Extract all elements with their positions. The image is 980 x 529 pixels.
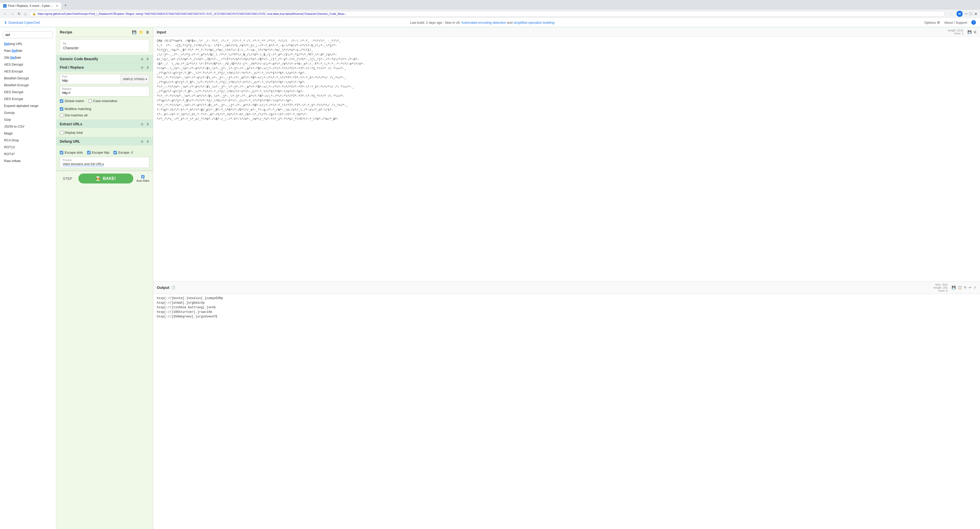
sidebar-item-magic[interactable]: Magic [0, 130, 56, 137]
sidebar-item-expand-alphabet[interactable]: Expand alphabet range [0, 102, 56, 109]
op-defang-url-disable-button[interactable]: ⊘ [141, 140, 143, 143]
new-tab-button[interactable]: + [61, 2, 70, 9]
escape-slashes-checkbox[interactable] [113, 151, 117, 154]
escape-dots-label[interactable]: Escape dots [60, 151, 83, 154]
sidebar-item-json-csv[interactable]: JSON to CSV [0, 123, 56, 130]
sidebar: Defang URL Raw Deflate Zlib Deflate AES … [0, 27, 56, 529]
sidebar-item-rot13[interactable]: ROT13 [0, 144, 56, 151]
case-insensitive-checkbox-label[interactable]: Case insensitive [88, 99, 118, 103]
recipe-icons: 💾 📁 🗑 [132, 30, 150, 34]
case-insensitive-checkbox[interactable] [88, 99, 92, 103]
url-input[interactable]: 🔒 https://gchq.github.io/CyberChef/#reci… [29, 11, 945, 17]
auto-bake-checkbox[interactable] [141, 175, 145, 178]
sidebar-item-defang-url[interactable]: Defang URL [0, 40, 56, 47]
recipe-title: Recipe [60, 30, 72, 34]
bake-button[interactable]: 🧑‍🍳 BAKE! [78, 173, 134, 183]
forward-button[interactable]: → [10, 11, 15, 17]
output-icons: 💾 📋 ↻ ↩ ⤢ [951, 286, 977, 289]
display-total-checkbox-label[interactable]: Display total [60, 131, 150, 135]
multiline-checkbox[interactable] [60, 107, 63, 111]
output-undo-button[interactable]: ↩ [969, 286, 972, 289]
header-and: and [507, 21, 514, 24]
sidebar-item-rot47[interactable]: ROT47 [0, 151, 56, 157]
sidebar-item-des-encrypt[interactable]: DES Encrypt [0, 95, 56, 102]
step-button[interactable]: STEP [60, 175, 75, 182]
sidebar-item-aes-encrypt[interactable]: AES Encrypt [0, 68, 56, 75]
building-link[interactable]: simplified operation building [514, 21, 554, 24]
input-save-button[interactable]: 💾 [967, 30, 972, 34]
input-grid-button[interactable]: ⊞ [974, 30, 977, 34]
input-title: Input [157, 30, 166, 34]
recipe-folder-button[interactable]: 📁 [139, 30, 143, 34]
sidebar-item-blowfish-decrypt[interactable]: Blowfish Decrypt [0, 75, 56, 82]
auto-bake-label[interactable]: Auto Bake [136, 175, 150, 182]
find-input[interactable] [60, 78, 121, 84]
op-pause-button[interactable]: ⏸ [146, 57, 150, 61]
op-disable-button[interactable]: ⊘ [141, 57, 143, 61]
op-generic-code-beautify-header[interactable]: Generic Code Beautify ⊘ ⏸ [56, 55, 153, 63]
search-input[interactable] [3, 32, 53, 38]
sidebar-item-zlib-deflate[interactable]: Zlib Deflate [0, 54, 56, 61]
global-match-checkbox[interactable] [60, 99, 63, 103]
help-icon[interactable]: ? [971, 20, 976, 25]
maximize-button[interactable]: □ [969, 11, 972, 16]
recipe-trash-button[interactable]: 🗑 [146, 30, 150, 34]
replace-label: Replace [60, 86, 149, 91]
close-tab-button[interactable]: ✕ [56, 4, 58, 8]
escape-http-label[interactable]: Escape http [87, 151, 110, 154]
auto-bake-text: Auto Bake [136, 179, 150, 182]
minimize-button[interactable]: ─ [965, 11, 967, 16]
dot-matches-checkbox[interactable] [60, 114, 63, 117]
op-defang-url-header[interactable]: Defang URL ⊘ ⏸ [56, 137, 153, 145]
tab-favicon [3, 4, 6, 8]
encoding-link[interactable]: Automated encoding detection [461, 21, 506, 24]
sidebar-item-blowfish-encrypt[interactable]: Blowfish Encrypt [0, 82, 56, 89]
global-match-checkbox-label[interactable]: Global match [60, 99, 84, 103]
output-section: Output 🕐 time: 3ms length: 161 lines: 6 … [153, 281, 980, 529]
op-find-replace-disable-button[interactable]: ⊘ [141, 65, 143, 70]
op-find-replace-header[interactable]: Find / Replace ⊘ ⏸ [56, 63, 153, 71]
replace-inner: Replace [60, 86, 149, 96]
escape-dots-checkbox[interactable] [60, 151, 63, 154]
about-button[interactable]: About / Support [944, 21, 967, 24]
by-value: Character [63, 46, 146, 50]
sidebar-item-aes-decrypt[interactable]: AES Decrypt [0, 61, 56, 68]
dot-matches-checkbox-label[interactable]: Dot matches all [60, 113, 88, 117]
escape-slashes-label[interactable]: Escape :// [113, 151, 133, 154]
sidebar-item-raw-deflate[interactable]: Raw Deflate [0, 47, 56, 54]
op-extract-urls-pause-button[interactable]: ⏸ [146, 122, 150, 126]
output-copy-button[interactable]: 📋 [958, 286, 962, 289]
find-type-button[interactable]: SIMPLE STRING ▾ [121, 74, 149, 84]
close-browser-button[interactable]: ✕ [974, 11, 977, 16]
find-type-chevron: ▾ [146, 78, 147, 81]
op-defang-url-pause-button[interactable]: ⏸ [146, 140, 150, 143]
op-extract-urls-disable-button[interactable]: ⊘ [141, 122, 143, 126]
op-extract-urls-header[interactable]: Extract URLs ⊘ ⏸ [56, 120, 153, 128]
output-expand-button[interactable]: ⤢ [974, 286, 977, 289]
op-find-replace-pause-button[interactable]: ⏸ [146, 65, 150, 70]
output-save-button[interactable]: 💾 [951, 286, 956, 289]
options-button[interactable]: Options ⚙ [924, 21, 940, 24]
display-total-checkbox[interactable] [60, 131, 63, 135]
sidebar-item-gunzip[interactable]: Gunzip [0, 109, 56, 116]
home-button[interactable]: ⌂ [24, 11, 27, 17]
escape-http-checkbox[interactable] [87, 151, 91, 154]
active-tab[interactable]: Find / Replace, 5 more - CyberC... ✕ [0, 3, 61, 9]
reload-button[interactable]: ↻ [17, 11, 21, 17]
sidebar-item-raw-inflate[interactable]: Raw Inflate [0, 157, 56, 164]
replace-input[interactable] [60, 91, 149, 96]
input-meta: length: 2116 lines: 1 [948, 29, 963, 35]
tab-title: Find / Replace, 5 more - CyberC... [8, 4, 54, 8]
sidebar-item-des-decrypt[interactable]: DES Decrypt [0, 89, 56, 95]
back-button[interactable]: ← [3, 11, 8, 17]
output-refresh-button[interactable]: ↻ [964, 286, 967, 289]
profile-button[interactable]: M [956, 11, 963, 17]
case-insensitive-label: Case insensitive [93, 99, 118, 103]
sidebar-item-rc4-drop[interactable]: RC4 Drop [0, 137, 56, 144]
bookmark-icon[interactable]: ☆ [947, 11, 955, 17]
sidebar-item-gzip[interactable]: Gzip [0, 116, 56, 123]
multiline-checkbox-label[interactable]: Multiline matching [60, 107, 91, 111]
recipe-save-button[interactable]: 💾 [132, 30, 136, 34]
download-cyberchef-button[interactable]: ⬇ Download CyberChef [4, 21, 40, 24]
input-content[interactable]: CMd /V:C"^se^t -^@^$=-_\^ _/- ^\^_ /\-^_… [153, 37, 980, 281]
